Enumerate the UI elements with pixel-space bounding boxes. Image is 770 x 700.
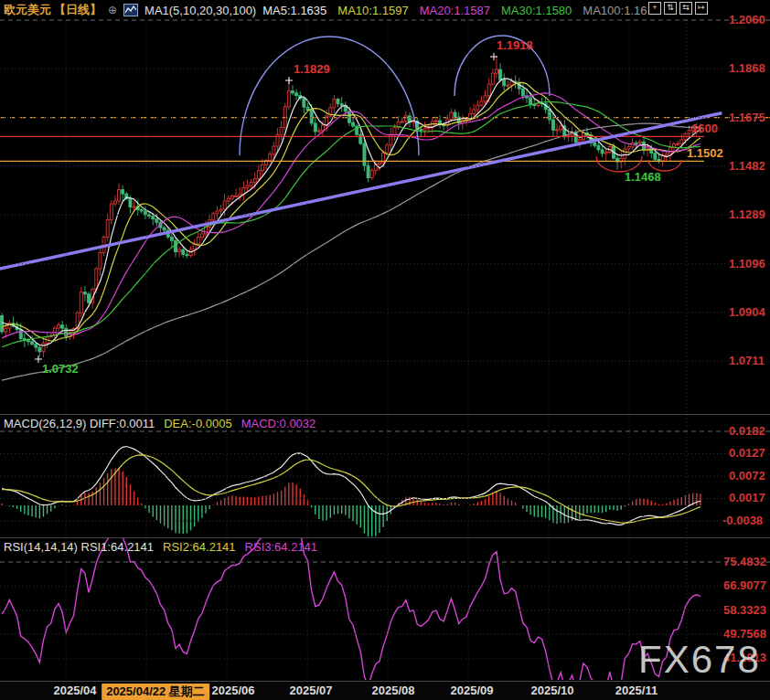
ma10-line [2,82,700,341]
macd-axis-tick: 0.0182 [729,424,765,438]
price-level-label: 1.1502 [687,146,723,160]
ma-legend: MA5:1.1635MA10:1.1597MA20:1.1587MA30:1.1… [262,4,647,17]
time-axis-label[interactable]: 2025/11 [615,684,658,697]
macd-axis-tick: 0.0127 [729,446,765,460]
rsi3-label: RSI3:64.2141 [245,540,318,554]
ma-legend-value: MA10:1.1597 [337,4,408,17]
ma-legend-value: MA5:1.1635 [262,4,326,17]
ma100-line [2,123,700,380]
time-axis-label[interactable]: 2025/07 [290,684,333,697]
rsi-panel [2,510,700,693]
ma5-line [2,79,700,345]
timeframe-label: 【日线】 [54,2,102,18]
add-indicator-icon[interactable]: ⊕ [108,4,117,16]
price-axis-tick: 1.1675 [729,111,765,124]
rsi-axis-tick: 58.3323 [723,603,766,617]
rsi1-label: RSI(14,14,14) RSI1:64.2141 [4,540,154,554]
macd-panel-label: MACD(26,12,9) DIFF:0.0011DEA:-0.0005MACD… [4,417,315,430]
price-level-label: 1600 [691,122,718,135]
rsi2-label: RSI2:64.2141 [163,540,236,554]
price-panel [1,56,702,380]
ma-legend-value: MA100:1.16 [583,4,647,17]
time-axis-label[interactable]: 2025/08 [372,684,415,697]
forex-chart-app: 欧元美元 【日线】 ⊕ MA1(5,10,20,30,100) MA5:1.16… [0,0,770,700]
price-axis-tick: 1.2060 [729,13,765,27]
macd-axis-tick: -0.0038 [722,514,763,527]
macd-dea-label: DEA:-0.0005 [164,417,231,430]
macd-diff-label: MACD(26,12,9) DIFF:0.0011 [4,417,155,430]
macd-dea-line [2,455,700,523]
price-axis-tick: 1.1096 [729,257,765,270]
time-axis-label[interactable]: 2025/04 [54,684,97,697]
price-axis-tick: 1.1482 [729,159,765,173]
ma-legend-value: MA20:1.1587 [420,4,490,17]
ma-settings-label: MA1(5,10,20,30,100) [144,4,256,17]
crosshair-icon[interactable]: + [648,2,661,15]
chart-type-icon[interactable] [123,4,138,16]
rsi-axis-tick: 66.9077 [723,578,766,592]
rsi-panel-label: RSI(14,14,14) RSI1:64.2141RSI2:64.2141RS… [4,540,317,554]
ma20-line [2,93,700,338]
chart-annotation: 1.0732 [42,362,79,376]
macd-axis-tick: 0.0072 [729,469,765,483]
time-axis-crosshair-date[interactable]: 2025/04/22 星期二 [102,684,209,700]
time-axis-label[interactable]: 2025/09 [451,684,494,697]
price-axis-tick: 1.1868 [729,61,765,75]
macd-macd-label: MACD:0.0032 [241,417,316,430]
price-axis-tick: 1.0904 [729,305,765,319]
scale-horizontal-icon[interactable]: ⇆ [679,2,692,15]
rsi-axis-tick: 75.4832 [723,555,766,568]
chart-annotation: 1.1918 [497,38,533,52]
watermark: FX678 [638,638,761,682]
macd-diff-line [2,447,700,525]
chart-svg [0,0,770,700]
time-axis[interactable]: 2025/042025/04/22 星期二2025/062025/072025/… [0,682,770,700]
price-axis-tick: 1.1289 [729,207,765,221]
macd-panel [2,447,700,539]
chart-toolbar: +⇅⇆↦ [648,2,708,15]
time-axis-label[interactable]: 2025/06 [212,684,255,697]
chart-annotation: 1.1468 [625,170,661,184]
macd-axis-tick: 0.0017 [729,491,765,504]
go-to-latest-icon[interactable]: ↦ [695,2,708,15]
instrument-name: 欧元美元 [4,2,51,18]
time-axis-label[interactable]: 2025/10 [531,684,574,697]
rsi-line [2,510,700,693]
chart-annotation: 1.1829 [294,62,330,76]
scale-vertical-icon[interactable]: ⇅ [664,2,677,15]
ma-legend-value: MA30:1.1580 [501,4,572,17]
price-axis-tick: 1.0711 [729,354,765,367]
chart-header: 欧元美元 【日线】 ⊕ MA1(5,10,20,30,100) MA5:1.16… [4,2,647,18]
